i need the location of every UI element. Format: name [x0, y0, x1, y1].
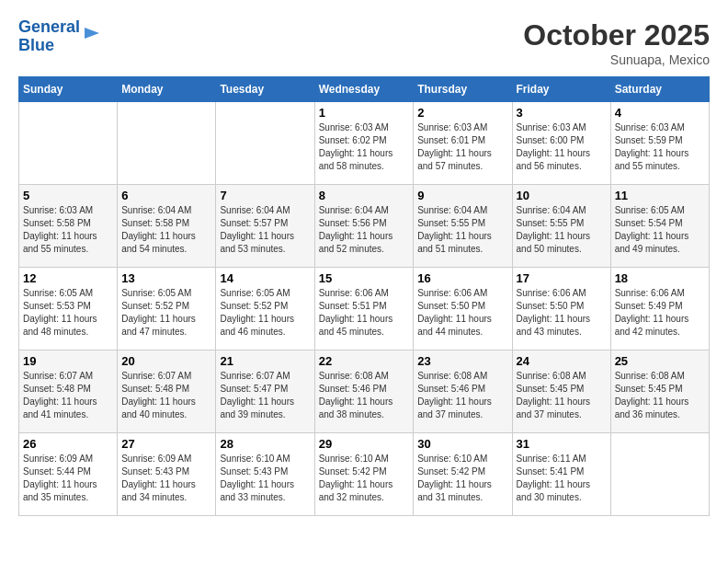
calendar-cell: [19, 102, 118, 185]
day-info: Sunrise: 6:09 AMSunset: 5:44 PMDaylight:…: [23, 453, 113, 504]
day-number: 14: [220, 271, 310, 285]
week-row-4: 19Sunrise: 6:07 AMSunset: 5:48 PMDayligh…: [19, 350, 710, 433]
day-info: Sunrise: 6:10 AMSunset: 5:43 PMDaylight:…: [220, 453, 310, 504]
calendar-cell: 22Sunrise: 6:08 AMSunset: 5:46 PMDayligh…: [314, 350, 414, 433]
day-number: 25: [615, 354, 705, 368]
day-info: Sunrise: 6:05 AMSunset: 5:52 PMDaylight:…: [220, 287, 310, 339]
page-header: General Blue October 2025 Sunuapa, Mexic…: [18, 18, 710, 67]
day-info: Sunrise: 6:04 AMSunset: 5:55 PMDaylight:…: [517, 204, 607, 256]
weekday-header-friday: Friday: [512, 77, 610, 102]
day-info: Sunrise: 6:10 AMSunset: 5:42 PMDaylight:…: [417, 453, 507, 504]
calendar-cell: 25Sunrise: 6:08 AMSunset: 5:45 PMDayligh…: [610, 350, 709, 433]
svg-marker-0: [85, 28, 99, 39]
day-number: 1: [319, 106, 410, 120]
day-info: Sunrise: 6:06 AMSunset: 5:50 PMDaylight:…: [517, 287, 607, 339]
week-row-1: 1Sunrise: 6:03 AMSunset: 6:02 PMDaylight…: [19, 102, 710, 185]
day-info: Sunrise: 6:03 AMSunset: 6:02 PMDaylight:…: [319, 121, 410, 173]
calendar-cell: 10Sunrise: 6:04 AMSunset: 5:55 PMDayligh…: [512, 185, 610, 268]
day-info: Sunrise: 6:11 AMSunset: 5:41 PMDaylight:…: [517, 453, 607, 504]
day-info: Sunrise: 6:06 AMSunset: 5:50 PMDaylight:…: [417, 287, 507, 339]
day-number: 23: [417, 354, 507, 368]
calendar-cell: 30Sunrise: 6:10 AMSunset: 5:42 PMDayligh…: [414, 433, 512, 516]
day-info: Sunrise: 6:09 AMSunset: 5:43 PMDaylight:…: [121, 453, 211, 504]
day-number: 28: [220, 437, 310, 451]
day-number: 19: [23, 354, 113, 368]
day-info: Sunrise: 6:07 AMSunset: 5:47 PMDaylight:…: [220, 370, 310, 421]
month-title: October 2025: [523, 18, 710, 52]
day-number: 27: [121, 437, 211, 451]
day-info: Sunrise: 6:07 AMSunset: 5:48 PMDaylight:…: [121, 370, 211, 421]
calendar-cell: 26Sunrise: 6:09 AMSunset: 5:44 PMDayligh…: [19, 433, 118, 516]
logo-blue: Blue: [18, 36, 54, 54]
calendar-cell: 6Sunrise: 6:04 AMSunset: 5:58 PMDaylight…: [118, 185, 216, 268]
calendar-cell: 29Sunrise: 6:10 AMSunset: 5:42 PMDayligh…: [314, 433, 414, 516]
day-info: Sunrise: 6:03 AMSunset: 5:59 PMDaylight:…: [615, 121, 705, 173]
calendar-cell: 13Sunrise: 6:05 AMSunset: 5:52 PMDayligh…: [118, 268, 216, 350]
day-info: Sunrise: 6:05 AMSunset: 5:53 PMDaylight:…: [23, 287, 113, 339]
day-number: 16: [417, 271, 507, 285]
calendar-cell: 27Sunrise: 6:09 AMSunset: 5:43 PMDayligh…: [118, 433, 216, 516]
calendar-cell: [216, 102, 314, 185]
weekday-header-saturday: Saturday: [610, 77, 709, 102]
calendar-cell: 28Sunrise: 6:10 AMSunset: 5:43 PMDayligh…: [216, 433, 314, 516]
day-info: Sunrise: 6:08 AMSunset: 5:46 PMDaylight:…: [319, 370, 410, 421]
weekday-header-sunday: Sunday: [19, 77, 118, 102]
day-info: Sunrise: 6:08 AMSunset: 5:45 PMDaylight:…: [615, 370, 705, 421]
day-info: Sunrise: 6:06 AMSunset: 5:51 PMDaylight:…: [319, 287, 410, 339]
calendar-cell: 12Sunrise: 6:05 AMSunset: 5:53 PMDayligh…: [19, 268, 118, 350]
day-number: 10: [517, 189, 607, 202]
day-number: 3: [517, 106, 607, 120]
calendar-cell: 23Sunrise: 6:08 AMSunset: 5:46 PMDayligh…: [414, 350, 512, 433]
calendar-cell: 31Sunrise: 6:11 AMSunset: 5:41 PMDayligh…: [512, 433, 610, 516]
day-number: 20: [121, 354, 211, 368]
weekday-header-row: SundayMondayTuesdayWednesdayThursdayFrid…: [19, 77, 710, 102]
calendar-cell: 17Sunrise: 6:06 AMSunset: 5:50 PMDayligh…: [512, 268, 610, 350]
day-number: 8: [319, 189, 410, 202]
day-info: Sunrise: 6:04 AMSunset: 5:57 PMDaylight:…: [220, 204, 310, 256]
logo: General Blue: [18, 18, 101, 55]
calendar-table: SundayMondayTuesdayWednesdayThursdayFrid…: [18, 76, 710, 516]
day-number: 17: [517, 271, 607, 285]
day-number: 13: [121, 271, 211, 285]
day-number: 29: [319, 437, 410, 451]
calendar-cell: 16Sunrise: 6:06 AMSunset: 5:50 PMDayligh…: [414, 268, 512, 350]
calendar-cell: 3Sunrise: 6:03 AMSunset: 6:00 PMDaylight…: [512, 102, 610, 185]
week-row-3: 12Sunrise: 6:05 AMSunset: 5:53 PMDayligh…: [19, 268, 710, 350]
calendar-cell: 11Sunrise: 6:05 AMSunset: 5:54 PMDayligh…: [610, 185, 709, 268]
day-number: 21: [220, 354, 310, 368]
day-info: Sunrise: 6:04 AMSunset: 5:58 PMDaylight:…: [121, 204, 211, 256]
logo-arrow-icon: [83, 24, 101, 42]
day-number: 6: [121, 189, 211, 202]
day-info: Sunrise: 6:06 AMSunset: 5:49 PMDaylight:…: [615, 287, 705, 339]
day-info: Sunrise: 6:03 AMSunset: 5:58 PMDaylight:…: [23, 204, 113, 256]
day-info: Sunrise: 6:07 AMSunset: 5:48 PMDaylight:…: [23, 370, 113, 421]
week-row-2: 5Sunrise: 6:03 AMSunset: 5:58 PMDaylight…: [19, 185, 710, 268]
weekday-header-tuesday: Tuesday: [216, 77, 314, 102]
logo-text: General Blue: [18, 18, 80, 55]
calendar-cell: 1Sunrise: 6:03 AMSunset: 6:02 PMDaylight…: [314, 102, 414, 185]
day-number: 4: [615, 106, 705, 120]
calendar-cell: [610, 433, 709, 516]
calendar-cell: 21Sunrise: 6:07 AMSunset: 5:47 PMDayligh…: [216, 350, 314, 433]
day-number: 9: [417, 189, 507, 202]
day-number: 18: [615, 271, 705, 285]
calendar-cell: 4Sunrise: 6:03 AMSunset: 5:59 PMDaylight…: [610, 102, 709, 185]
logo-general: General: [18, 17, 80, 36]
day-info: Sunrise: 6:04 AMSunset: 5:55 PMDaylight:…: [417, 204, 507, 256]
day-number: 5: [23, 189, 113, 202]
calendar-cell: 24Sunrise: 6:08 AMSunset: 5:45 PMDayligh…: [512, 350, 610, 433]
day-info: Sunrise: 6:03 AMSunset: 6:00 PMDaylight:…: [517, 121, 607, 173]
day-number: 22: [319, 354, 410, 368]
calendar-cell: 14Sunrise: 6:05 AMSunset: 5:52 PMDayligh…: [216, 268, 314, 350]
calendar-cell: 19Sunrise: 6:07 AMSunset: 5:48 PMDayligh…: [19, 350, 118, 433]
week-row-5: 26Sunrise: 6:09 AMSunset: 5:44 PMDayligh…: [19, 433, 710, 516]
calendar-cell: 9Sunrise: 6:04 AMSunset: 5:55 PMDaylight…: [414, 185, 512, 268]
calendar-cell: 7Sunrise: 6:04 AMSunset: 5:57 PMDaylight…: [216, 185, 314, 268]
calendar-cell: 5Sunrise: 6:03 AMSunset: 5:58 PMDaylight…: [19, 185, 118, 268]
day-number: 30: [417, 437, 507, 451]
title-section: October 2025 Sunuapa, Mexico: [523, 18, 710, 67]
day-info: Sunrise: 6:08 AMSunset: 5:46 PMDaylight:…: [417, 370, 507, 421]
day-info: Sunrise: 6:05 AMSunset: 5:54 PMDaylight:…: [615, 204, 705, 256]
calendar-cell: 15Sunrise: 6:06 AMSunset: 5:51 PMDayligh…: [314, 268, 414, 350]
calendar-cell: 20Sunrise: 6:07 AMSunset: 5:48 PMDayligh…: [118, 350, 216, 433]
